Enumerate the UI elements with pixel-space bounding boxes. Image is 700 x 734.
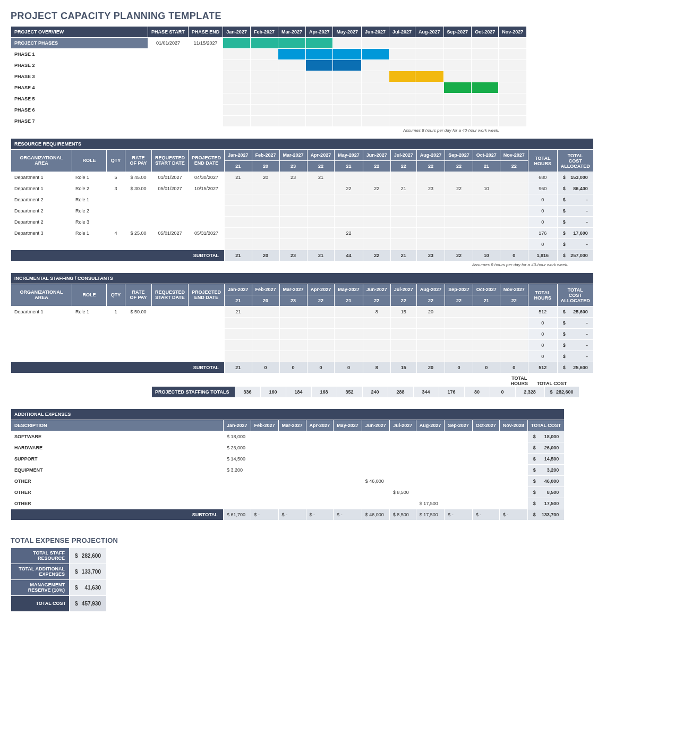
- cell: 20: [416, 362, 445, 373]
- cell: [390, 194, 416, 206]
- cell: Role 2: [72, 206, 107, 217]
- cell: 80: [464, 387, 490, 398]
- cell: 23: [416, 250, 445, 261]
- cell: [445, 228, 473, 239]
- cell: [473, 329, 500, 340]
- gantt-cell: [362, 105, 389, 116]
- gantt-cell: [472, 60, 499, 71]
- gantt-cell: [223, 38, 251, 49]
- cell: [363, 194, 390, 206]
- cell: PHASE 2: [11, 60, 148, 71]
- cell: PHASE 4: [11, 82, 148, 93]
- cell: Department 2: [11, 217, 72, 228]
- cell: [416, 454, 445, 465]
- cell: [416, 340, 445, 351]
- cell: May-2027: [333, 27, 362, 38]
- gantt-cell: [223, 116, 251, 127]
- cell: 160: [260, 387, 286, 398]
- cell: 0: [490, 387, 515, 398]
- cost-cell: $-: [557, 217, 593, 228]
- subtotal-label: SUBTOTAL: [11, 250, 225, 261]
- cell: 1: [107, 306, 125, 318]
- gantt-cell: [389, 38, 415, 49]
- gantt-cell: [415, 93, 444, 105]
- gantt-cell: [499, 38, 527, 49]
- cell: DESCRIPTION: [11, 420, 224, 431]
- note-text: Assumes 8 hours per day for a 40-hour wo…: [11, 128, 499, 133]
- col-header: RATE OF PAY: [125, 150, 152, 172]
- projection-value: $457,930: [70, 596, 107, 612]
- subtotal-cost: $25,600: [557, 362, 593, 373]
- cell: PHASE 7: [11, 116, 148, 127]
- gantt-cell: [389, 49, 415, 60]
- cell: [189, 340, 225, 351]
- cell: [278, 498, 306, 509]
- cell: Jun-2027: [362, 420, 389, 431]
- cell: [125, 194, 152, 206]
- expenses-table: ADDITIONAL EXPENSESDESCRIPTIONJan-2027Fe…: [11, 408, 565, 520]
- cell: [225, 183, 252, 194]
- gantt-cell: [250, 82, 278, 93]
- cell: [251, 465, 278, 476]
- gantt-cell: [472, 71, 499, 82]
- cell: 8: [363, 362, 390, 373]
- cell: [445, 217, 473, 228]
- gantt-cell: [278, 49, 305, 60]
- cell: [389, 431, 416, 442]
- total-cost-label: TOTAL COST: [535, 381, 568, 386]
- cell: Department 2: [11, 206, 72, 217]
- projection-label: TOTAL COST: [11, 596, 70, 612]
- cell: 21: [335, 161, 363, 172]
- gantt-cell: [472, 38, 499, 49]
- cell: [473, 217, 500, 228]
- cell: [362, 487, 389, 498]
- cell: [252, 194, 279, 206]
- cell: [362, 465, 389, 476]
- projection-title: TOTAL EXPENSE PROJECTION: [11, 536, 689, 544]
- cell: [152, 318, 189, 329]
- cell: 23: [279, 295, 307, 306]
- cell: [125, 351, 152, 362]
- cell: 176: [528, 228, 557, 239]
- cell: 21: [473, 161, 500, 172]
- cell: [362, 431, 389, 442]
- cell: 22: [416, 161, 445, 172]
- cell: Jul-2027: [389, 27, 415, 38]
- projection-label: TOTAL STAFF RESOURCE: [11, 548, 70, 564]
- expense-total: $46,000: [527, 476, 565, 487]
- cell: [251, 498, 278, 509]
- cell: 10: [473, 250, 500, 261]
- cell: 21: [225, 161, 252, 172]
- col-header: REQUESTED START DATE: [152, 284, 189, 306]
- gantt-cell: [415, 105, 444, 116]
- cell: [307, 340, 335, 351]
- cell: 336: [235, 387, 260, 398]
- cell: [334, 442, 362, 454]
- cell: [11, 329, 72, 340]
- expense-total: $3,200: [527, 465, 565, 476]
- cell: [252, 228, 279, 239]
- gantt-cell: [415, 116, 444, 127]
- cell: [335, 217, 363, 228]
- cell: Sep-2027: [445, 420, 473, 431]
- gantt-cell: [305, 105, 333, 116]
- cell: [72, 340, 107, 351]
- cell: 21: [473, 295, 500, 306]
- cell: [307, 194, 335, 206]
- cell: 22: [307, 295, 335, 306]
- gantt-cell: [305, 71, 333, 82]
- cell: [363, 239, 390, 250]
- cell: 10: [473, 183, 500, 194]
- cell: [278, 431, 306, 442]
- cell: [252, 217, 279, 228]
- cell: 22: [445, 250, 473, 261]
- cell: [125, 217, 152, 228]
- cell: 10/15/2027: [189, 183, 225, 194]
- cell: [363, 206, 390, 217]
- cell: $ 25.00: [125, 228, 152, 239]
- cell: [499, 442, 527, 454]
- cell: [335, 351, 363, 362]
- cell: 21: [390, 183, 416, 194]
- cell: [334, 487, 362, 498]
- cell: 22: [445, 295, 473, 306]
